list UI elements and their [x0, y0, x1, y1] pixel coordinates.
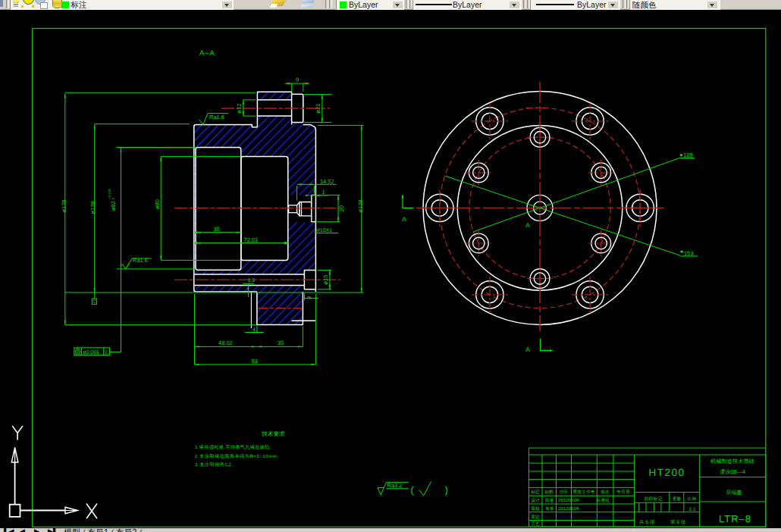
svg-text:处数: 处数 [544, 490, 554, 495]
svg-text:签名: 签名 [601, 490, 610, 495]
svg-text:第 5 张: 第 5 张 [670, 519, 686, 525]
svg-text:M10X1: M10X1 [315, 228, 332, 233]
svg-text:ø128: ø128 [89, 201, 96, 214]
svg-text:ø21: ø21 [315, 104, 321, 114]
svg-text:更改文件号: 更改文件号 [573, 490, 595, 495]
svg-text:ø12: ø12 [236, 104, 243, 114]
svg-text:1.铸件须时效,不得有气孔铸造缺陷;: 1.铸件须时效,不得有气孔铸造缺陷; [195, 444, 271, 450]
svg-text:阶段标记: 阶段标记 [645, 496, 662, 502]
svg-text:14.52: 14.52 [320, 178, 334, 185]
svg-text:ø178: ø178 [61, 199, 67, 212]
svg-text:Ra3.2: Ra3.2 [387, 482, 403, 489]
svg-text:审定: 审定 [531, 515, 540, 520]
svg-text:93: 93 [252, 358, 258, 365]
svg-text:(: ( [411, 484, 415, 496]
svg-text:ø15: ø15 [322, 275, 329, 285]
svg-text:标准化: 标准化 [595, 498, 610, 503]
svg-text:C: C [105, 350, 109, 355]
svg-text:某某: 某某 [545, 506, 554, 512]
svg-text:1.5: 1.5 [248, 278, 256, 283]
svg-text:陈某: 陈某 [545, 498, 554, 503]
svg-text:ø80: ø80 [154, 199, 161, 209]
svg-text:ø0.065: ø0.065 [83, 350, 99, 355]
svg-text:A: A [402, 215, 406, 223]
svg-text:9: 9 [296, 77, 299, 83]
svg-text:A: A [525, 221, 530, 229]
svg-text:HT200: HT200 [648, 467, 685, 478]
svg-text:20: 20 [338, 205, 345, 211]
svg-text:机械制造技术基础: 机械制造技术基础 [710, 458, 754, 465]
svg-text:ø128: ø128 [357, 199, 364, 212]
svg-text:Ra1.6: Ra1.6 [209, 114, 224, 120]
svg-text:标记: 标记 [530, 490, 540, 495]
svg-text:35: 35 [278, 340, 284, 346]
svg-text:共 6 张: 共 6 张 [639, 519, 655, 525]
svg-text:工艺: 工艺 [531, 521, 540, 527]
svg-text:9: 9 [307, 296, 312, 299]
svg-text:技术要求: 技术要求 [261, 430, 285, 437]
svg-text:分区: 分区 [560, 490, 569, 495]
svg-text:C: C [93, 299, 96, 305]
svg-text:审核: 审核 [531, 506, 540, 512]
svg-text:): ) [445, 484, 448, 496]
svg-text:3.未注明倒角C2.: 3.未注明倒角C2. [195, 462, 234, 468]
svg-text:4: 4 [252, 327, 256, 333]
svg-text:ø92: ø92 [110, 201, 117, 211]
svg-text:重量: 重量 [673, 496, 682, 502]
svg-text:A: A [525, 346, 530, 353]
svg-text:比例: 比例 [687, 496, 696, 502]
svg-text:20120508: 20120508 [558, 506, 579, 512]
svg-text:109: 109 [683, 152, 693, 158]
svg-text:Ra1.6: Ra1.6 [133, 257, 148, 264]
svg-text:35: 35 [214, 226, 220, 233]
svg-text:72.01: 72.01 [244, 236, 259, 243]
svg-text:年月日: 年月日 [616, 490, 629, 495]
svg-text:20120508: 20120508 [558, 498, 579, 503]
svg-text:LTR–8: LTR–8 [719, 513, 751, 524]
svg-text:A–A: A–A [199, 49, 215, 58]
svg-text:设计: 设计 [531, 498, 540, 503]
svg-text:48.02: 48.02 [218, 340, 233, 346]
svg-text:2.未注明铸造圆角半径为R=5~10mm;: 2.未注明铸造圆角半径为R=5~10mm; [195, 453, 279, 459]
svg-text:153: 153 [684, 250, 694, 257]
svg-text:1: 1 [322, 189, 325, 196]
svg-text:后端盖: 后端盖 [726, 490, 742, 496]
svg-text:课设08—4: 课设08—4 [720, 468, 745, 475]
svg-text:1:1: 1:1 [688, 507, 695, 512]
